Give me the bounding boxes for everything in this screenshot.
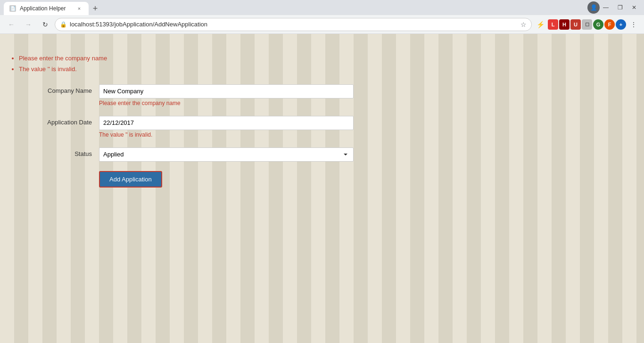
status-label: Status (38, 147, 99, 157)
page-content: Please enter the company name The value … (0, 34, 644, 343)
application-date-group: Application Date The value '' is invalid… (38, 116, 635, 138)
active-tab[interactable]: 📄 Application Helper × (4, 2, 89, 15)
address-text: localhost:51393/jobApplication/AddNewApp… (70, 21, 518, 28)
ext-icon-6[interactable]: F (604, 19, 615, 30)
ext-icon-7[interactable]: + (616, 19, 626, 30)
ext-icon-5[interactable]: G (593, 19, 603, 30)
extensions-icon[interactable]: ⚡ (534, 18, 547, 31)
profile-icon[interactable]: 👤 (587, 1, 600, 14)
ext-icon-3[interactable]: U (570, 19, 581, 30)
application-date-label: Application Date (38, 116, 99, 126)
error-item-1: Please enter the company name (19, 53, 635, 64)
tab-favicon: 📄 (9, 5, 16, 12)
toolbar-icons: ⚡ L H U ◻ G F + ⋮ (534, 18, 640, 31)
status-select[interactable]: Applied Interview Offer Rejected (99, 147, 354, 162)
add-application-button[interactable]: Add Application (99, 171, 162, 188)
status-field-wrap: Applied Interview Offer Rejected (99, 147, 354, 162)
close-button[interactable]: ✕ (628, 1, 640, 14)
nav-bar: ← → ↻ 🔒 localhost:51393/jobApplication/A… (0, 15, 644, 34)
company-name-error: Please enter the company name (99, 100, 354, 106)
application-form: Company Name Please enter the company na… (38, 84, 635, 188)
application-date-input[interactable] (99, 116, 354, 130)
ext-icon-2[interactable]: H (559, 19, 570, 30)
validation-errors: Please enter the company name The value … (9, 53, 635, 75)
refresh-button[interactable]: ↻ (38, 17, 53, 32)
ext-icon-1[interactable]: L (548, 19, 558, 30)
company-name-field-wrap: Please enter the company name (99, 84, 354, 106)
application-date-error: The value '' is invalid. (99, 131, 354, 138)
status-group: Status Applied Interview Offer Rejected (38, 147, 635, 162)
application-date-field-wrap: The value '' is invalid. (99, 116, 354, 138)
error-item-2: The value '' is invalid. (19, 64, 635, 74)
btn-group: Add Application (99, 171, 635, 188)
ext-icon-4[interactable]: ◻ (582, 19, 592, 30)
back-button[interactable]: ← (4, 17, 19, 32)
tab-bar: 📄 Application Helper × + (4, 0, 587, 15)
address-bar[interactable]: 🔒 localhost:51393/jobApplication/AddNewA… (55, 18, 532, 31)
maximize-button[interactable]: ❐ (614, 1, 626, 14)
browser-window: 📄 Application Helper × + 👤 — ❐ ✕ ← → ↻ 🔒… (0, 0, 644, 343)
company-name-input[interactable] (99, 84, 354, 98)
menu-button[interactable]: ⋮ (627, 18, 640, 31)
new-tab-button[interactable]: + (89, 2, 102, 15)
lock-icon: 🔒 (60, 21, 67, 28)
page-inner: Please enter the company name The value … (0, 34, 644, 197)
window-controls: — ❐ ✕ (600, 1, 640, 14)
bookmark-icon[interactable]: ☆ (520, 21, 527, 28)
company-name-label: Company Name (38, 84, 99, 94)
title-bar: 📄 Application Helper × + 👤 — ❐ ✕ (0, 0, 644, 15)
company-name-group: Company Name Please enter the company na… (38, 84, 635, 106)
minimize-button[interactable]: — (600, 1, 612, 14)
tab-close-button[interactable]: × (75, 5, 83, 12)
tab-title: Application Helper (20, 5, 66, 12)
forward-button[interactable]: → (21, 17, 36, 32)
